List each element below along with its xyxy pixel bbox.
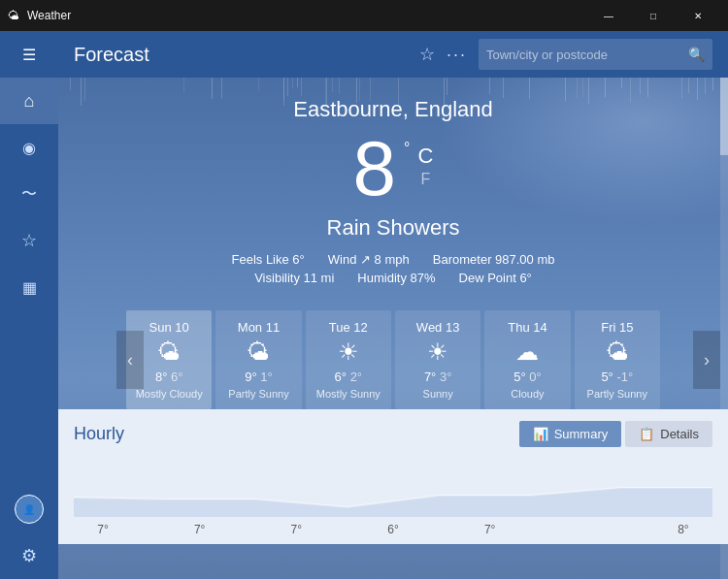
- forecast-prev-button[interactable]: ‹: [116, 331, 144, 389]
- home-icon: ⌂: [24, 91, 35, 112]
- title-bar-controls: — □ ✕: [586, 0, 720, 31]
- day-temps-5: 5° -1°: [580, 370, 654, 384]
- radar-icon: ◉: [22, 139, 36, 157]
- sidebar-bottom: 👤 ⚙: [0, 486, 58, 579]
- sidebar-item-historical[interactable]: ▦: [0, 264, 58, 310]
- forecast-day-1[interactable]: Mon 11 🌤 9° 1° Partly Sunny: [215, 310, 301, 409]
- feels-like: Feels Like 6°: [231, 252, 304, 267]
- details-tab[interactable]: 📋 Details: [625, 421, 712, 447]
- day-desc-2: Mostly Sunny: [312, 388, 385, 400]
- day-name-2: Tue 12: [312, 320, 385, 335]
- app-container: ☰ ⌂ ◉ 〜 ☆ ▦ 👤 ⚙: [0, 31, 728, 579]
- sidebar-item-news[interactable]: ☆: [0, 217, 58, 264]
- day-temps-1: 9° 1°: [221, 370, 295, 384]
- day-desc-0: Mostly Cloudy: [132, 388, 206, 400]
- day-name-3: Wed 13: [401, 320, 475, 335]
- sidebar: ☰ ⌂ ◉ 〜 ☆ ▦ 👤 ⚙: [0, 31, 58, 579]
- hourly-header: Hourly 📊 Summary 📋 Details: [74, 421, 712, 447]
- temperature-row: 8 ° C F: [58, 130, 728, 208]
- day-desc-4: Cloudy: [490, 388, 564, 400]
- hourly-section: Hourly 📊 Summary 📋 Details: [58, 409, 728, 544]
- sidebar-avatar[interactable]: 👤: [0, 486, 58, 532]
- temp-unit-col: C F: [418, 144, 434, 188]
- day-temps-3: 7° 3°: [401, 370, 475, 384]
- day-name-5: Fri 15: [580, 320, 654, 335]
- forecast-day-5[interactable]: Fri 15 🌤 5° -1° Partly Sunny: [575, 310, 660, 409]
- avatar-circle: 👤: [15, 495, 44, 524]
- day-desc-5: Partly Sunny: [580, 388, 654, 400]
- sidebar-item-home[interactable]: ⌂: [0, 78, 58, 124]
- close-button[interactable]: ✕: [676, 0, 720, 31]
- hourly-chart-svg: [74, 459, 712, 517]
- forecast-strip: Sun 10 🌤 8° 6° Mostly Cloudy Mon 11 🌤 9°…: [58, 310, 728, 409]
- weather-details-row1: Feels Like 6° Wind ↗ 8 mph Barometer 987…: [58, 252, 728, 267]
- details-grid-icon: 📋: [639, 427, 654, 441]
- hourly-label-5: 7°: [471, 523, 510, 536]
- day-icon-3: ☀: [401, 340, 475, 364]
- day-desc-1: Partly Sunny: [221, 388, 295, 400]
- celsius-unit[interactable]: C: [418, 144, 434, 169]
- header-search-box[interactable]: 🔍: [479, 39, 712, 70]
- day-icon-1: 🌤: [221, 340, 295, 364]
- app-header: Forecast ☆ ··· 🔍: [58, 31, 728, 78]
- temperature-value: 8: [353, 130, 397, 208]
- star-icon: ☆: [21, 230, 37, 251]
- forecast-container: ‹ Sun 10 🌤 8° 6° Mostly Cloudy Mon 11 🌤 …: [58, 310, 728, 409]
- search-input[interactable]: [486, 48, 680, 62]
- header-star-button[interactable]: ☆: [419, 44, 435, 65]
- humidity-info: Humidity 87%: [357, 271, 435, 285]
- day-name-1: Mon 11: [221, 320, 295, 335]
- hourly-label-7: 8°: [664, 523, 703, 536]
- forecast-day-4[interactable]: Thu 14 ☁ 5° 0° Cloudy: [484, 310, 570, 409]
- day-name-4: Thu 14: [490, 320, 564, 335]
- weather-details-row2: Visibility 11 mi Humidity 87% Dew Point …: [58, 271, 728, 285]
- maps-icon: 〜: [21, 184, 37, 205]
- title-bar-left: 🌤 Weather: [8, 9, 71, 22]
- day-icon-5: 🌤: [580, 340, 654, 364]
- weather-condition: Rain Showers: [58, 215, 728, 241]
- hourly-title: Hourly: [74, 424, 124, 444]
- summary-tab-label: Summary: [554, 427, 609, 441]
- hamburger-menu[interactable]: ☰: [0, 31, 58, 78]
- hourly-labels: 7° 7° 7° 6° 7° 8°: [74, 523, 712, 536]
- forecast-day-3[interactable]: Wed 13 ☀ 7° 3° Sunny: [395, 310, 480, 409]
- maximize-button[interactable]: □: [631, 0, 676, 31]
- dew-point-info: Dew Point 6°: [459, 271, 532, 285]
- forecast-day-2[interactable]: Tue 12 ☀ 6° 2° Mostly Sunny: [306, 310, 391, 409]
- hourly-tabs: 📊 Summary 📋 Details: [519, 421, 712, 447]
- grid-icon: ▦: [22, 278, 37, 297]
- day-temps-2: 6° 2°: [312, 370, 385, 384]
- details-tab-label: Details: [660, 427, 699, 441]
- barometer-info: Barometer 987.00 mb: [433, 252, 555, 267]
- svg-marker-0: [74, 488, 712, 517]
- hourly-label-4: 6°: [374, 523, 413, 536]
- hourly-label-1: 7°: [83, 523, 122, 536]
- settings-icon: ⚙: [21, 545, 37, 566]
- title-bar-title: Weather: [27, 9, 71, 22]
- hourly-label-3: 7°: [277, 523, 315, 536]
- app-icon: 🌤: [8, 9, 19, 22]
- right-panel: Forecast ☆ ··· 🔍 Eastbourne, England 8: [58, 31, 728, 579]
- location-name: Eastbourne, England: [58, 97, 728, 122]
- hourly-label-6: [567, 523, 606, 536]
- hourly-label-2: 7°: [181, 523, 219, 536]
- weather-content: Eastbourne, England 8 ° C F Rain Showers…: [58, 78, 728, 579]
- forecast-next-button[interactable]: ›: [693, 331, 720, 389]
- minimize-button[interactable]: —: [586, 0, 631, 31]
- title-bar: 🌤 Weather — □ ✕: [0, 0, 728, 31]
- header-title: Forecast: [74, 44, 408, 66]
- header-more-button[interactable]: ···: [447, 45, 467, 65]
- search-icon[interactable]: 🔍: [688, 47, 705, 62]
- hourly-chart: 7° 7° 7° 6° 7° 8°: [74, 459, 712, 536]
- day-icon-2: ☀: [312, 340, 385, 364]
- day-temps-4: 5° 0°: [490, 370, 564, 384]
- sidebar-item-favorites[interactable]: ◉: [0, 124, 58, 171]
- fahrenheit-unit[interactable]: F: [418, 171, 434, 188]
- day-icon-4: ☁: [490, 340, 564, 364]
- summary-tab[interactable]: 📊 Summary: [519, 421, 622, 447]
- hamburger-icon: ☰: [22, 46, 36, 64]
- day-desc-3: Sunny: [401, 388, 475, 400]
- sidebar-item-maps[interactable]: 〜: [0, 171, 58, 217]
- sidebar-settings[interactable]: ⚙: [0, 532, 58, 579]
- avatar-initials: 👤: [23, 504, 35, 515]
